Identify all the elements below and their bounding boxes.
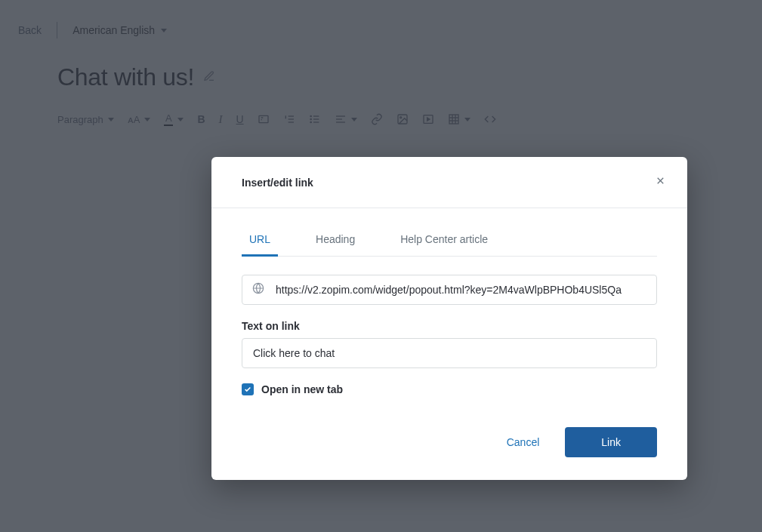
cancel-button[interactable]: Cancel — [496, 429, 551, 456]
close-button[interactable] — [652, 172, 669, 192]
open-new-tab-label: Open in new tab — [261, 383, 343, 395]
tab-help-center-article[interactable]: Help Center article — [393, 227, 495, 257]
text-on-link-label: Text on link — [242, 320, 657, 332]
text-on-link-input[interactable] — [242, 338, 657, 368]
link-submit-button[interactable]: Link — [565, 427, 657, 457]
modal-tabs: URL Heading Help Center article — [242, 226, 657, 257]
insert-link-modal: Insert/edit link URL Heading Help Center… — [211, 157, 687, 480]
tab-url[interactable]: URL — [242, 227, 278, 257]
globe-icon — [252, 282, 264, 297]
check-icon — [244, 386, 251, 393]
tab-heading[interactable]: Heading — [308, 227, 362, 257]
modal-title: Insert/edit link — [242, 177, 313, 189]
url-input[interactable] — [242, 275, 657, 305]
open-new-tab-checkbox[interactable] — [242, 383, 254, 395]
close-icon — [655, 175, 666, 186]
